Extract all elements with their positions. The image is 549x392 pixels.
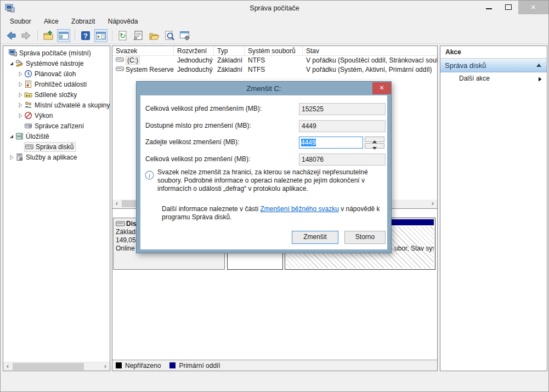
expander-spacer — [16, 143, 24, 151]
toolbar-separator — [37, 30, 38, 41]
column-header-system-souboru[interactable]: Systém souborů — [245, 46, 303, 55]
column-header-stav[interactable]: Stav — [303, 46, 437, 55]
volume-icon — [116, 65, 124, 72]
scroll-right-arrow[interactable]: › — [428, 200, 437, 208]
users-icon — [24, 101, 32, 109]
tree-item-systemove-nastroje[interactable]: Systémové nástroje — [3, 58, 110, 69]
properties-button[interactable] — [132, 29, 145, 42]
device-manager-icon — [24, 122, 32, 130]
customize-view-button[interactable] — [178, 29, 191, 42]
tree-item-sprava-pocitace[interactable]: Správa počítače (místní) — [3, 48, 110, 58]
legend-label: Nepřiřazeno — [125, 362, 161, 370]
submenu-arrow-icon — [538, 77, 542, 82]
help-link[interactable]: Zmenšení běžného svazku — [260, 205, 338, 213]
volume-fs: NTFS — [245, 56, 303, 65]
find-button[interactable] — [163, 29, 176, 42]
action-pane-icon — [95, 30, 107, 42]
back-button[interactable] — [4, 29, 18, 42]
properties-icon — [132, 30, 144, 42]
tree-item-sluzby-a-aplikace[interactable]: Služby a aplikace — [3, 152, 110, 162]
close-button[interactable]: × — [518, 1, 548, 14]
collapse-up-icon[interactable] — [536, 63, 542, 67]
tree-item-label: Správa disků — [36, 143, 73, 151]
export-list-button[interactable] — [42, 29, 55, 42]
shrink-button[interactable]: Zmenšit — [292, 231, 338, 244]
expander-collapsed-icon[interactable] — [16, 112, 24, 120]
spinner-down-button[interactable] — [365, 143, 384, 149]
scroll-thumb[interactable] — [13, 363, 84, 370]
expander-collapsed-icon[interactable] — [16, 101, 24, 109]
forward-button[interactable] — [20, 29, 33, 42]
tree-item-prohlizec-udalosti[interactable]: Prohlížeč událostí — [3, 79, 110, 89]
volume-type: Základní — [214, 65, 245, 75]
expander-collapsed-icon[interactable] — [8, 154, 15, 161]
toolbar-separator — [112, 30, 112, 41]
tree-item-sprava-disku[interactable]: Správa disků — [3, 141, 110, 152]
volume-row-system-reserved[interactable]: System Reserved Jednoduchý Základní NTFS… — [112, 65, 437, 75]
export-list-icon — [42, 30, 54, 42]
actions-panel-title: Akce — [440, 46, 547, 59]
tree-item-label: Sdílené složky — [35, 91, 77, 99]
dialog-titlebar[interactable]: Zmenšit C: × — [137, 82, 391, 95]
help-button[interactable]: ? — [79, 29, 92, 42]
minimize-button[interactable] — [479, 1, 499, 14]
expander-collapsed-icon[interactable] — [16, 70, 24, 78]
field-label-available: Dostupné místo pro zmenšení (MB): — [145, 122, 251, 129]
field-value-available: 4449 — [299, 120, 386, 132]
maximize-button[interactable] — [499, 1, 518, 14]
expander-collapsed-icon[interactable] — [16, 81, 24, 88]
tree-item-label: Správce zařízení — [35, 122, 84, 130]
shrink-amount-input[interactable]: 4449 — [299, 137, 363, 149]
tree-item-uloziste[interactable]: Úložiště — [3, 131, 110, 141]
computer-icon — [9, 49, 17, 57]
tree-item-planovac-uloh[interactable]: Plánovač úloh — [3, 69, 110, 79]
actions-item-dalsi-akce[interactable]: Další akce — [440, 72, 547, 85]
expander-collapsed-icon[interactable] — [16, 91, 24, 99]
computer-management-window: Správa počítače × Soubor Akce Zobrazit N… — [0, 0, 549, 392]
partition-legend: Nepřiřazeno Primární oddíl — [112, 360, 437, 371]
actions-item-label: Další akce — [459, 75, 490, 82]
tree-item-label: Správa počítače (místní) — [19, 49, 91, 57]
menu-zobrazit[interactable]: Zobrazit — [66, 16, 100, 28]
scroll-left-arrow[interactable]: ‹ — [112, 200, 121, 208]
spinner-up-button[interactable] — [365, 137, 384, 142]
menu-soubor[interactable]: Soubor — [4, 16, 37, 28]
column-header-typ[interactable]: Typ — [214, 46, 245, 55]
refresh-button[interactable]: ↻ — [116, 29, 129, 42]
scroll-left-arrow[interactable]: ‹ — [3, 362, 12, 371]
tree-item-sdilene-slozky[interactable]: Sdílené složky — [3, 89, 110, 100]
column-header-rozvrzeni[interactable]: Rozvržení — [174, 46, 214, 55]
show-console-tree-button[interactable] — [57, 29, 70, 42]
event-viewer-icon — [24, 80, 32, 88]
expander-expanded-icon[interactable] — [8, 60, 15, 67]
back-icon — [5, 30, 17, 42]
menu-akce[interactable]: Akce — [38, 16, 64, 28]
tree-item-mistni-uzivatele[interactable]: Místní uživatelé a skupiny — [3, 100, 110, 110]
actions-group-sprava-disku[interactable]: Správa disků — [440, 59, 547, 72]
expander-expanded-icon[interactable] — [8, 133, 15, 140]
tree-item-spravce-zarizeni[interactable]: Správce zařízení — [3, 121, 110, 131]
disk-management-icon — [25, 143, 33, 151]
performance-icon — [24, 111, 32, 120]
volume-status: V pořádku (Spouštěcí oddíl, Stránkovací … — [303, 56, 437, 65]
cancel-button[interactable]: Storno — [344, 231, 386, 244]
field-label-total-after: Celková velikost po zmenšení (MB): — [145, 155, 250, 163]
column-header-svazek[interactable]: Svazek — [112, 46, 174, 55]
tree-item-label: Služby a aplikace — [26, 154, 77, 161]
expander-spacer — [16, 122, 24, 130]
tree-horizontal-scrollbar[interactable]: ‹ › — [3, 362, 110, 371]
volume-status: V pořádku (Systém, Aktivní, Primární odd… — [303, 65, 437, 75]
volume-fs: NTFS — [245, 65, 303, 75]
partition-status-fragment: ubor, Stav sys — [394, 245, 434, 252]
tree-item-label: Plánovač úloh — [35, 70, 76, 78]
menu-napoveda[interactable]: Nápověda — [103, 16, 144, 28]
tree-item-vykon[interactable]: Výkon — [3, 110, 110, 121]
show-action-pane-button[interactable] — [94, 29, 107, 42]
disk-icon — [116, 220, 125, 227]
volume-row-c[interactable]: (C:) Jednoduchý Základní NTFS V pořádku … — [112, 56, 437, 65]
open-button[interactable] — [148, 29, 161, 42]
dialog-close-button[interactable]: × — [372, 82, 391, 94]
volume-type: Základní — [214, 56, 245, 65]
scroll-right-arrow[interactable]: › — [101, 362, 110, 371]
svg-text:↻: ↻ — [120, 31, 126, 40]
